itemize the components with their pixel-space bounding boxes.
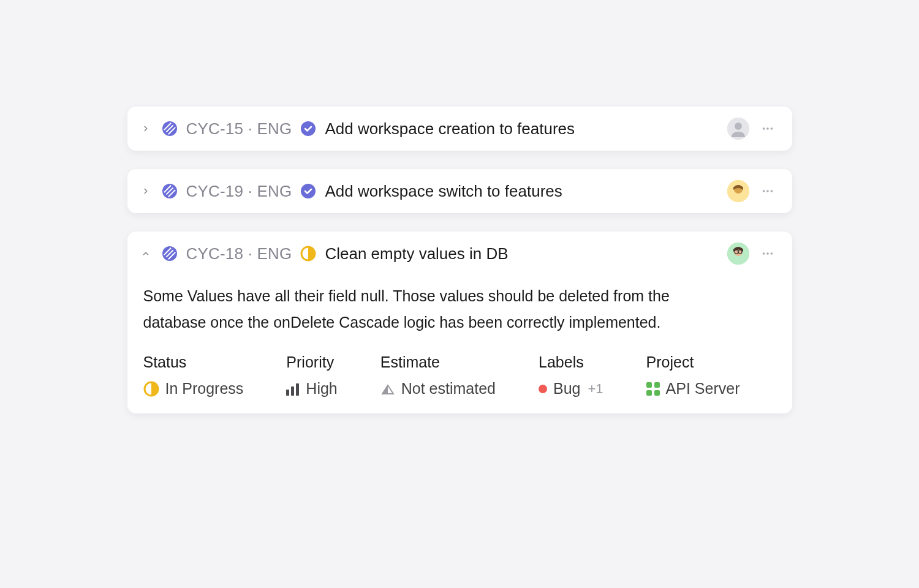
issue-card[interactable]: CYC-19 · ENG Add workspace switch to fea… — [127, 169, 792, 213]
estimate-field[interactable]: Estimate Not estimated — [380, 353, 496, 398]
status-field[interactable]: Status In Progress — [143, 353, 244, 398]
issue-header: CYC-18 · ENG Clean empty values in DB — [138, 243, 776, 265]
issue-card-expanded[interactable]: CYC-18 · ENG Clean empty values in DB So… — [127, 232, 792, 413]
svg-point-20 — [762, 252, 765, 255]
svg-point-8 — [301, 184, 316, 198]
label-dot-icon — [539, 385, 547, 393]
svg-point-12 — [766, 190, 769, 192]
field-value: In Progress — [143, 380, 244, 398]
priority-field[interactable]: Priority High — [286, 353, 337, 398]
issue-id-team: CYC-19 · ENG — [186, 182, 292, 201]
priority-high-icon — [286, 382, 300, 396]
issue-title: Add workspace creation to features — [325, 119, 718, 138]
svg-point-21 — [766, 252, 769, 255]
chevron-up-icon[interactable] — [138, 246, 153, 261]
issue-card[interactable]: CYC-15 · ENG Add workspace creation to f… — [127, 107, 792, 151]
status-in-progress-icon — [300, 246, 316, 262]
field-label: Project — [646, 353, 740, 371]
svg-point-5 — [766, 127, 769, 130]
svg-point-11 — [762, 190, 765, 192]
field-label: Estimate — [380, 353, 496, 371]
avatar[interactable] — [727, 180, 749, 202]
labels-extra-count: +1 — [588, 381, 603, 397]
svg-point-4 — [762, 127, 765, 130]
status-done-icon — [300, 121, 316, 137]
issue-fields: Status In Progress Priority High Estimat… — [138, 335, 776, 398]
field-label: Priority — [286, 353, 337, 371]
more-icon[interactable] — [759, 247, 776, 260]
field-label: Labels — [539, 353, 603, 371]
estimate-icon — [380, 382, 395, 396]
status-in-progress-icon — [143, 381, 159, 397]
labels-field[interactable]: Labels Bug +1 — [539, 353, 603, 398]
field-value: High — [286, 380, 337, 398]
project-grid-icon — [646, 382, 660, 396]
chevron-right-icon[interactable] — [138, 121, 153, 136]
issue-id-team: CYC-18 · ENG — [186, 244, 292, 263]
project-icon — [162, 246, 178, 262]
svg-point-22 — [770, 252, 773, 255]
issue-title: Add workspace switch to features — [325, 182, 718, 201]
status-done-icon — [300, 183, 316, 199]
more-icon[interactable] — [759, 122, 776, 135]
field-value: API Server — [646, 380, 740, 398]
avatar[interactable] — [727, 118, 749, 140]
svg-point-1 — [301, 121, 316, 136]
svg-point-13 — [770, 190, 773, 192]
more-icon[interactable] — [759, 184, 776, 198]
project-field[interactable]: Project API Server — [646, 353, 740, 398]
issue-title: Clean empty values in DB — [325, 244, 718, 263]
issue-description: Some Values have all their field null. T… — [138, 265, 727, 335]
chevron-right-icon[interactable] — [138, 184, 153, 198]
field-value: Not estimated — [380, 380, 496, 398]
field-label: Status — [143, 353, 244, 371]
svg-point-3 — [735, 123, 742, 130]
svg-point-6 — [770, 127, 773, 130]
project-icon — [162, 121, 178, 137]
issue-id-team: CYC-15 · ENG — [186, 119, 292, 138]
project-icon — [162, 183, 178, 199]
avatar[interactable] — [727, 243, 749, 265]
field-value: Bug +1 — [539, 380, 603, 398]
